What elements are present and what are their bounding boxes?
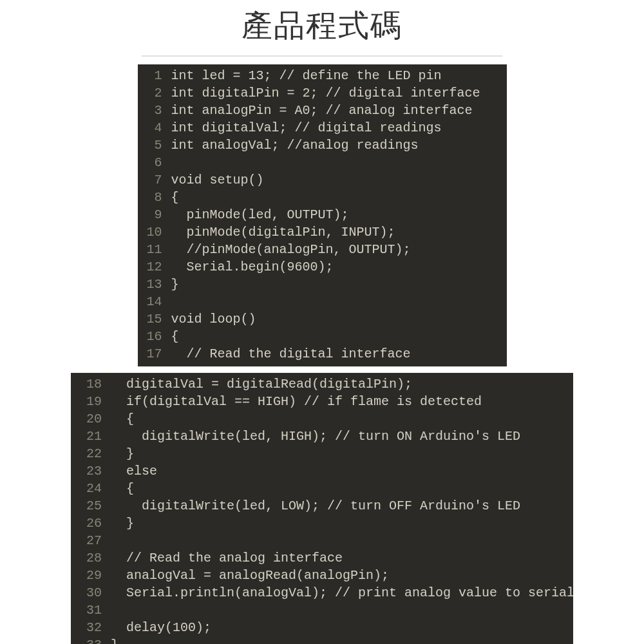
code-line: void setup() [171,171,502,189]
code-line: Serial.println(analogVal); // print anal… [111,584,568,601]
code-line [171,293,502,310]
code-line: int digitalVal; // digital readings [171,119,502,137]
code-line: { [171,189,502,206]
line-number: 33 [75,636,102,644]
line-number: 17 [142,345,162,363]
code-line: //pinMode(analogPin, OUTPUT); [171,241,502,258]
code-line: } [171,276,502,293]
line-number: 14 [142,293,162,310]
line-number: 23 [75,462,102,480]
line-number: 24 [75,480,102,497]
line-number: 22 [75,445,102,462]
code-line: { [111,480,568,497]
code-line: { [171,328,502,345]
line-number: 30 [75,584,102,601]
code-line: if(digitalVal == HIGH) // if flame is de… [111,393,568,410]
line-number: 8 [142,189,162,206]
code-block-2: 18192021222324252627282930313233 digital… [71,373,573,644]
code-line: } [111,445,568,462]
title-underline [142,55,502,57]
line-number: 15 [142,310,162,328]
code-line: delay(100); [111,619,568,636]
code-block-1: 1234567891011121314151617 int led = 13; … [138,64,507,366]
line-number: 32 [75,619,102,636]
code-line: int analogVal; //analog readings [171,137,502,154]
line-number: 5 [142,137,162,154]
line-number: 16 [142,328,162,345]
line-number: 31 [75,601,102,619]
line-number: 1 [142,67,162,84]
line-number: 27 [75,532,102,549]
code-line: int analogPin = A0; // analog interface [171,102,502,119]
code-line: pinMode(digitalPin, INPUT); [171,223,502,241]
code-line: // Read the digital interface [171,345,502,363]
code-line: Serial.begin(9600); [171,258,502,276]
code-line [171,154,502,171]
line-number: 2 [142,84,162,102]
code-lines-1: int led = 13; // define the LED pinint d… [167,64,507,366]
code-line: else [111,462,568,480]
page-title: 產品程式碼 [0,0,644,55]
line-number: 18 [75,375,102,393]
code-line [111,601,568,619]
line-number: 29 [75,567,102,584]
code-line: pinMode(led, OUTPUT); [171,206,502,223]
line-number: 20 [75,410,102,428]
line-number: 26 [75,515,102,532]
line-number: 11 [142,241,162,258]
line-number: 4 [142,119,162,137]
code-line: void loop() [171,310,502,328]
code-line: int led = 13; // define the LED pin [171,67,502,84]
line-number: 19 [75,393,102,410]
code-line: digitalWrite(led, HIGH); // turn ON Ardu… [111,428,568,445]
line-number: 25 [75,497,102,515]
line-number: 13 [142,276,162,293]
line-number: 9 [142,206,162,223]
line-number: 3 [142,102,162,119]
line-gutter-2: 18192021222324252627282930313233 [71,373,107,644]
line-number: 7 [142,171,162,189]
code-line: digitalVal = digitalRead(digitalPin); [111,375,568,393]
code-line: analogVal = analogRead(analogPin); [111,567,568,584]
code-lines-2: digitalVal = digitalRead(digitalPin); if… [107,373,573,644]
code-line: } [111,636,568,644]
code-line: digitalWrite(led, LOW); // turn OFF Ardu… [111,497,568,515]
line-number: 28 [75,549,102,567]
line-number: 21 [75,428,102,445]
code-line: } [111,515,568,532]
code-line: int digitalPin = 2; // digital interface [171,84,502,102]
line-gutter-1: 1234567891011121314151617 [138,64,167,366]
code-line: // Read the analog interface [111,549,568,567]
line-number: 6 [142,154,162,171]
line-number: 10 [142,223,162,241]
code-line: { [111,410,568,428]
code-line [111,532,568,549]
line-number: 12 [142,258,162,276]
